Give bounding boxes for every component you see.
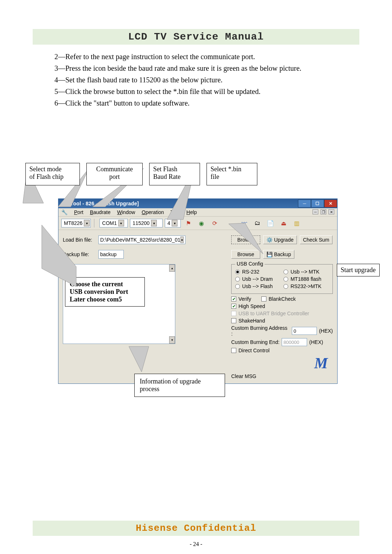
mtktool-window: MtkTool - 826 - [Flash Upgrade] ─ ☐ ✕ 🔧 …	[58, 198, 338, 384]
exit-icon[interactable]: ⏏	[278, 218, 289, 228]
status-icon[interactable]: ⚑	[183, 218, 194, 228]
chevron-down-icon[interactable]: ▾	[151, 220, 157, 226]
child-close-button[interactable]: ✕	[328, 209, 334, 214]
menu-window[interactable]: Window	[117, 209, 135, 215]
checkbox-blankcheck[interactable]: BlankCheck	[261, 296, 296, 302]
radio-label: Usb --> Flash	[242, 283, 273, 289]
callout-text: Select *.bin	[211, 165, 253, 173]
checkbox-direct-control[interactable]: Direct Control	[231, 348, 333, 353]
callout-text: of Flash chip	[29, 173, 76, 181]
backup-file-value: backup	[100, 251, 117, 257]
baud-rate-value: 115200	[132, 220, 150, 226]
callout-communicate-port: Communicate port	[86, 163, 143, 185]
toolbar: MT8226 ▾ COM1 ▾ 115200 ▾ 4 ▾ ⚑ ◉ ⟳	[58, 217, 337, 230]
browse-backup-button[interactable]: Browse	[231, 250, 260, 259]
profile-icon[interactable]: 🗂	[252, 218, 263, 228]
burn-end-input[interactable]: 800000	[282, 338, 307, 346]
chevron-down-icon[interactable]: ▾	[172, 220, 177, 226]
checksum-button[interactable]: Check Sum	[300, 235, 332, 244]
radio-icon	[283, 270, 288, 274]
checkbox-usb-uart[interactable]: USB to UART Bridge Controller	[231, 311, 309, 316]
browse-bin-button[interactable]: Browse	[231, 235, 260, 244]
maximize-button[interactable]: ☐	[311, 200, 324, 208]
checkbox-label: Verify	[238, 296, 251, 302]
checkbox-shakehand[interactable]: ShakeHand	[231, 318, 265, 324]
radio-usb-dram[interactable]: Usb --> Dram	[235, 276, 273, 282]
radio-usb-mtk[interactable]: Usb --> MTK	[283, 269, 321, 275]
backup-file-input[interactable]: backup	[98, 250, 124, 259]
menu-baudrate[interactable]: Baudrate	[90, 209, 111, 215]
callout-baud-rate: Set Flash Baud Rate	[149, 163, 200, 185]
menu-tool[interactable]: Tool	[171, 209, 180, 215]
backup-button[interactable]: 💾 Backup	[263, 250, 294, 259]
scroll-up-icon[interactable]: ▴	[169, 264, 175, 272]
backup-label: Backup	[274, 251, 291, 257]
menu-port[interactable]: Port	[74, 209, 83, 215]
radio-label: Usb --> MTK	[290, 269, 319, 275]
callout-text: file	[211, 173, 253, 181]
callout-text: USB conversion Port	[70, 288, 140, 296]
hex-label: (HEX)	[319, 328, 333, 334]
menu-help[interactable]: Help	[187, 209, 197, 215]
checkbox-icon	[231, 318, 236, 323]
radio-rs232[interactable]: RS-232	[235, 269, 273, 275]
page-number: - 24 -	[0, 541, 392, 547]
extra-select[interactable]: 4 ▾	[165, 219, 181, 227]
callout-text: Information of upgrade	[140, 378, 220, 385]
com-port-select[interactable]: COM1 ▾	[99, 219, 128, 227]
burn-addr-value: 0	[294, 328, 296, 334]
callout-text: process	[140, 385, 220, 393]
callout-text: Set Flash	[153, 165, 196, 173]
scroll-down-icon[interactable]: ▾	[169, 336, 175, 344]
baud-rate-select[interactable]: 115200 ▾	[130, 219, 163, 227]
page-title: LCD TV Service Manual	[33, 29, 359, 45]
close-button[interactable]: ✕	[324, 200, 337, 208]
reload-icon[interactable]: ⟳	[209, 218, 220, 228]
vga-icon[interactable]: ▥	[291, 218, 302, 228]
folder-icon[interactable]: 📄	[265, 218, 276, 228]
radio-rs232-mtk[interactable]: RS232->MTK	[283, 283, 321, 289]
burn-addr-label: Custom Burning Address :	[231, 325, 290, 337]
upgrade-label: Upgrade	[274, 237, 294, 243]
callout-text: Later choose com5	[70, 296, 140, 303]
checkbox-verify[interactable]: ✔Verify	[231, 296, 251, 302]
checkbox-icon	[231, 348, 236, 353]
radio-usb-flash[interactable]: Usb --> Flash	[235, 283, 273, 289]
menu-operation[interactable]: Operation	[142, 209, 164, 215]
checkbox-highspeed[interactable]: ✔High Speed	[231, 303, 265, 309]
chevron-down-icon[interactable]: ▾	[180, 237, 184, 243]
checkbox-icon	[261, 296, 266, 301]
m-logo-icon: M	[231, 354, 333, 372]
divider	[94, 219, 96, 227]
save-icon: 💾	[266, 251, 273, 257]
checkbox-label: USB to UART Bridge Controller	[238, 311, 309, 316]
radio-label: RS-232	[242, 269, 259, 275]
radio-label: MT1888 flash	[290, 276, 321, 282]
titlebar: MtkTool - 826 - [Flash Upgrade] ─ ☐ ✕	[58, 199, 337, 208]
chip-model-value: MT8226	[64, 220, 82, 226]
child-restore-button[interactable]: ❐	[320, 209, 326, 214]
chevron-down-icon[interactable]: ▾	[118, 220, 124, 226]
checkbox-icon: ✔	[231, 304, 236, 309]
instruction-item: 3—Press the icon beside the baud rate an…	[54, 63, 359, 74]
chip-model-select[interactable]: MT8226 ▾	[61, 219, 91, 227]
extra-value: 4	[167, 220, 170, 226]
checkbox-label: High Speed	[238, 303, 265, 309]
radio-label: RS232->MTK	[290, 283, 321, 289]
child-minimize-button[interactable]: ─	[313, 209, 318, 214]
burn-addr-input[interactable]: 0	[292, 327, 317, 335]
load-bin-input[interactable]: D:\PubDev\MTK_8226\src\8280_01 ▾	[98, 235, 185, 244]
callout-usb-port: Choose the current USB conversion Port L…	[65, 277, 145, 307]
wave-icon[interactable]: 〰	[239, 218, 250, 228]
footer-confidential: Hisense Confidential	[33, 521, 359, 536]
load-bin-value: D:\PubDev\MTK_8226\src\8280_01	[100, 237, 180, 243]
chevron-down-icon[interactable]: ▾	[84, 220, 90, 226]
instruction-item: 4—Set the flash baud rate to 115200 as t…	[54, 74, 359, 85]
callout-text: Choose the current	[70, 280, 140, 288]
minimize-button[interactable]: ─	[298, 200, 311, 208]
upgrade-button[interactable]: ⚙️ Upgrade	[263, 235, 297, 244]
checkbox-icon	[231, 311, 236, 316]
burn-end-value: 800000	[283, 340, 299, 345]
connect-icon[interactable]: ◉	[196, 218, 207, 228]
radio-mt1888[interactable]: MT1888 flash	[283, 276, 321, 282]
